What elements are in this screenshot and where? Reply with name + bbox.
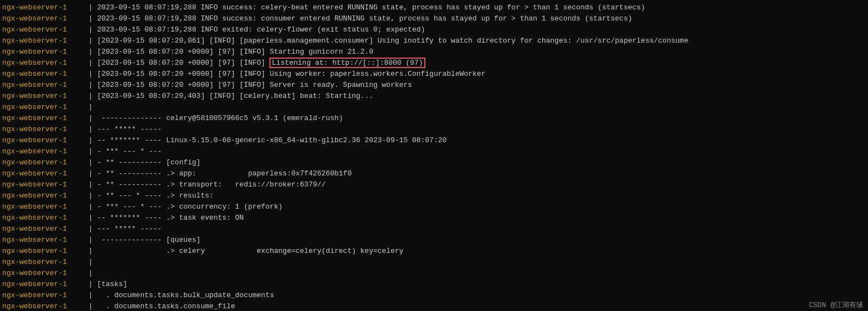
log-content: 2023-09-15 08:07:19,288 INFO success: ce… [97, 2, 645, 13]
log-prefix: ngx-webserver-1 [2, 201, 84, 212]
log-divider: | [84, 58, 97, 69]
log-divider: | [84, 279, 97, 290]
log-content: .> celery exchange=celery(direct) key=ce… [97, 246, 403, 257]
log-divider: | [84, 113, 97, 124]
log-prefix: ngx-webserver-1 [2, 113, 84, 124]
log-prefix: ngx-webserver-1 [2, 212, 84, 224]
log-prefix: ngx-webserver-1 [2, 246, 84, 257]
log-content: -------------- [queues] [97, 235, 200, 246]
log-divider: | [84, 246, 97, 257]
log-prefix: ngx-webserver-1 [2, 290, 84, 301]
log-divider: | [84, 124, 97, 135]
log-line: ngx-webserver-1 | [2023-09-15 08:07:20 +… [2, 80, 866, 91]
log-divider: | [84, 13, 97, 24]
log-prefix: ngx-webserver-1 [2, 69, 84, 80]
log-line: ngx-webserver-1 | -------------- [queues… [2, 235, 866, 246]
log-prefix: ngx-webserver-1 [2, 35, 84, 46]
log-content: - *** --- * --- .> concurrency: 1 (prefo… [97, 201, 282, 212]
log-content: --- ***** ----- [97, 224, 162, 235]
log-divider: | [84, 46, 97, 58]
log-line: ngx-webserver-1 | [2023-09-15 08:07:20 +… [2, 69, 866, 80]
log-line: ngx-webserver-1 | .> celery exchange=cel… [2, 246, 866, 257]
log-line: ngx-webserver-1 | - ** ---------- [confi… [2, 157, 866, 168]
log-divider: | [84, 179, 97, 190]
terminal-window: ngx-webserver-1 | 2023-09-15 08:07:19,28… [0, 0, 868, 311]
log-divider: | [84, 102, 97, 113]
log-divider: | [84, 69, 97, 80]
log-line: ngx-webserver-1 | [2023-09-15 08:07:20 +… [2, 46, 866, 58]
log-line: ngx-webserver-1 | - *** --- * --- .> con… [2, 201, 866, 212]
log-line: ngx-webserver-1 | --- ***** ----- [2, 124, 866, 135]
log-line: ngx-webserver-1 | 2023-09-15 08:07:19,28… [2, 24, 866, 35]
log-line: ngx-webserver-1 | - ** ---------- .> tra… [2, 179, 866, 190]
log-prefix: ngx-webserver-1 [2, 301, 84, 311]
log-prefix: ngx-webserver-1 [2, 279, 84, 290]
log-divider: | [84, 268, 97, 279]
log-content: [2023-09-15 08:07:20 +0000] [97] [INFO] … [97, 69, 485, 80]
log-content: . documents.tasks.consume_file [97, 301, 235, 311]
log-line: ngx-webserver-1 | - ** --- * ---- .> res… [2, 190, 866, 201]
log-line: ngx-webserver-1 | [tasks] [2, 279, 866, 290]
log-divider: | [84, 135, 97, 146]
log-line: ngx-webserver-1 | - ** ---------- .> app… [2, 168, 866, 179]
log-line: ngx-webserver-1 | . documents.tasks.cons… [2, 301, 866, 311]
log-prefix: ngx-webserver-1 [2, 24, 84, 35]
log-prefix: ngx-webserver-1 [2, 146, 84, 157]
log-line: ngx-webserver-1 | -- ******* ---- .> tas… [2, 212, 866, 224]
log-prefix: ngx-webserver-1 [2, 91, 84, 102]
log-line: ngx-webserver-1 | [2023-09-15 08:07:20,4… [2, 91, 866, 102]
log-prefix: ngx-webserver-1 [2, 190, 84, 201]
log-content: . documents.tasks.bulk_update_documents [97, 290, 274, 301]
log-divider: | [84, 290, 97, 301]
log-prefix: ngx-webserver-1 [2, 58, 84, 69]
log-line: ngx-webserver-1 | [2023-09-15 08:07:20,0… [2, 35, 866, 46]
log-line: ngx-webserver-1 | -------------- celery@… [2, 113, 866, 124]
log-divider: | [84, 157, 97, 168]
log-content: - ** ---------- [config] [97, 157, 200, 168]
log-divider: | [84, 146, 97, 157]
log-prefix: ngx-webserver-1 [2, 257, 84, 268]
log-divider: | [84, 24, 97, 35]
log-line: ngx-webserver-1 | [2023-09-15 08:07:20 +… [2, 58, 866, 69]
log-content: - ** ---------- .> transport: redis://br… [97, 179, 325, 190]
log-divider: | [84, 212, 97, 224]
log-line: ngx-webserver-1 | --- ***** ----- [2, 224, 866, 235]
log-content: 2023-09-15 08:07:19,288 INFO exited: cel… [97, 24, 425, 35]
log-prefix: ngx-webserver-1 [2, 102, 84, 113]
log-prefix: ngx-webserver-1 [2, 168, 84, 179]
log-prefix: ngx-webserver-1 [2, 46, 84, 58]
log-line: ngx-webserver-1 | 2023-09-15 08:07:19,28… [2, 13, 866, 24]
log-prefix: ngx-webserver-1 [2, 135, 84, 146]
log-divider: | [84, 235, 97, 246]
log-prefix: ngx-webserver-1 [2, 157, 84, 168]
log-content: -- ******* ---- .> task events: ON [97, 212, 243, 224]
log-divider: | [84, 224, 97, 235]
log-content: [2023-09-15 08:07:20,403] [INFO] [celery… [97, 91, 373, 102]
log-divider: | [84, 91, 97, 102]
log-line: ngx-webserver-1 | . documents.tasks.bulk… [2, 290, 866, 301]
log-content: [2023-09-15 08:07:20 +0000] [97] [INFO] … [97, 80, 412, 91]
log-line: ngx-webserver-1 | [2, 102, 866, 113]
log-prefix: ngx-webserver-1 [2, 13, 84, 24]
log-line: ngx-webserver-1 | -- ******* ---- Linux-… [2, 135, 866, 146]
log-divider: | [84, 201, 97, 212]
watermark-label: CSDN @江湖有缘 [809, 300, 864, 310]
log-content: 2023-09-15 08:07:19,288 INFO success: co… [97, 13, 632, 24]
log-content: - ** ---------- .> app: paperless:0x7f42… [97, 168, 351, 179]
log-content: -------------- celery@5810057966c5 v5.3.… [97, 113, 343, 124]
log-content: [2023-09-15 08:07:20,061] [INFO] [paperl… [97, 35, 688, 46]
log-prefix: ngx-webserver-1 [2, 224, 84, 235]
log-divider: | [84, 301, 97, 311]
log-divider: | [84, 35, 97, 46]
log-line: ngx-webserver-1 | [2, 257, 866, 268]
log-prefix: ngx-webserver-1 [2, 124, 84, 135]
log-prefix: ngx-webserver-1 [2, 2, 84, 13]
log-line: ngx-webserver-1 | - *** --- * --- [2, 146, 866, 157]
log-content: --- ***** ----- [97, 124, 162, 135]
log-content: [tasks] [97, 279, 127, 290]
log-divider: | [84, 168, 97, 179]
log-line: ngx-webserver-1 | 2023-09-15 08:07:19,28… [2, 2, 866, 13]
log-content: [2023-09-15 08:07:20 +0000] [97] [INFO] … [97, 46, 373, 58]
log-prefix: ngx-webserver-1 [2, 179, 84, 190]
log-divider: | [84, 80, 97, 91]
